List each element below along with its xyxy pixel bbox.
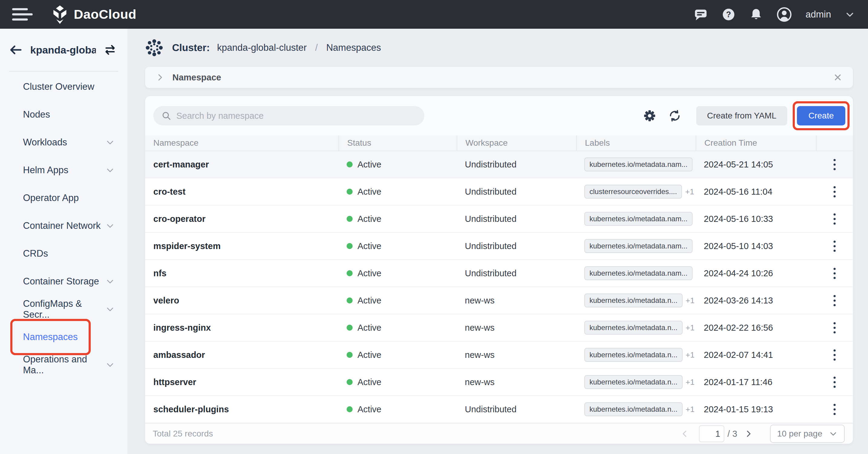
namespace-name: cert-manager xyxy=(153,160,209,169)
gear-icon[interactable] xyxy=(644,110,656,122)
table-row[interactable]: ingress-nginx Active new-ws kubernetes.i… xyxy=(145,314,853,342)
row-actions-kebab-icon[interactable] xyxy=(831,319,839,336)
search-input[interactable] xyxy=(176,111,416,121)
label-chip: kubernetes.io/metadata.n... xyxy=(584,321,683,334)
cluster-name[interactable]: kpanda-global-cl... xyxy=(30,44,96,56)
row-actions-kebab-icon[interactable] xyxy=(831,210,839,228)
main-content: Cluster: kpanda-global-cluster / Namespa… xyxy=(127,29,868,454)
create-from-yaml-button[interactable]: Create from YAML xyxy=(696,106,787,125)
refresh-icon[interactable] xyxy=(669,109,681,122)
label-chip: kubernetes.io/metadata.n... xyxy=(584,348,683,362)
sidebar-item-container-network[interactable]: Container Network xyxy=(0,212,127,240)
table-row[interactable]: cert-manager Active Undistributed kubern… xyxy=(145,151,853,179)
user-menu-chevron-down-icon[interactable] xyxy=(845,10,855,19)
per-page-value: 10 per page xyxy=(777,429,822,439)
workspace-text: Undistributed xyxy=(465,404,517,414)
chevron-right-icon[interactable] xyxy=(155,73,164,82)
table-row[interactable]: cro-test Active Undistributed clusterres… xyxy=(145,179,853,205)
breadcrumb-label: Cluster: xyxy=(172,42,210,54)
back-arrow-icon[interactable] xyxy=(9,43,22,57)
chevron-down-icon xyxy=(105,305,115,314)
search-box xyxy=(153,106,424,125)
table-row[interactable]: nfs Active Undistributed kubernetes.io/m… xyxy=(145,260,853,287)
column-header-status: Status xyxy=(338,135,457,151)
create-button[interactable]: Create xyxy=(797,106,845,125)
sidebar-menu: Cluster Overview Nodes Workloads Helm Ap… xyxy=(0,72,127,379)
row-actions-kebab-icon[interactable] xyxy=(831,156,839,173)
status-text: Active xyxy=(358,404,381,414)
brand: DaoCloud xyxy=(51,5,136,24)
status-text: Active xyxy=(358,160,381,169)
sidebar-item-helm-apps[interactable]: Helm Apps xyxy=(0,156,127,184)
status-active-dot xyxy=(347,352,353,358)
breadcrumb-cluster[interactable]: kpanda-global-cluster xyxy=(217,42,307,53)
avatar[interactable] xyxy=(777,7,792,22)
brand-name: DaoCloud xyxy=(74,7,136,22)
chat-icon[interactable] xyxy=(694,7,708,22)
sidebar-item-operator-app[interactable]: Operator App xyxy=(0,184,127,212)
bell-icon[interactable] xyxy=(749,7,763,22)
cluster-dots-icon xyxy=(146,39,163,57)
namespace-name: mspider-system xyxy=(153,241,220,251)
namespace-name: ingress-nginx xyxy=(153,323,211,333)
switch-cluster-icon[interactable] xyxy=(104,43,117,56)
daocloud-logo-icon xyxy=(51,5,69,24)
workspace-text: Undistributed xyxy=(465,160,517,169)
table-row[interactable]: cro-operator Active Undistributed kubern… xyxy=(145,205,853,233)
table-row[interactable]: mspider-system Active Undistributed kube… xyxy=(145,233,853,260)
sidebar: kpanda-global-cl... Cluster Overview Nod… xyxy=(0,29,127,454)
table-row[interactable]: ambassador Active new-ws kubernetes.io/m… xyxy=(145,342,853,369)
namespace-name: cro-operator xyxy=(153,214,205,224)
namespace-name: nfs xyxy=(153,268,167,279)
workspace-text: new-ws xyxy=(465,350,495,360)
status-text: Active xyxy=(358,350,381,360)
row-actions-kebab-icon[interactable] xyxy=(831,265,839,282)
status-text: Active xyxy=(358,187,381,197)
pagination-next-chevron-right-icon[interactable] xyxy=(744,429,753,438)
label-chip: kubernetes.io/metadata.nam... xyxy=(584,158,692,171)
row-actions-kebab-icon[interactable] xyxy=(831,183,839,200)
label-chip: kubernetes.io/metadata.n... xyxy=(584,402,683,416)
tab-namespace[interactable]: Namespace xyxy=(145,67,853,88)
tab-label: Namespace xyxy=(173,72,221,83)
creation-time-text: 2024-04-24 10:26 xyxy=(704,268,773,279)
sidebar-item-nodes[interactable]: Nodes xyxy=(0,101,127,128)
workspace-text: new-ws xyxy=(465,296,495,305)
sidebar-item-container-storage[interactable]: Container Storage xyxy=(0,267,127,295)
row-actions-kebab-icon[interactable] xyxy=(831,374,839,391)
row-actions-kebab-icon[interactable] xyxy=(831,292,839,309)
hamburger-menu-icon[interactable] xyxy=(12,8,33,21)
namespace-table-card: Create from YAML Create Namespace Status… xyxy=(145,96,853,444)
chevron-down-icon xyxy=(105,360,115,369)
sidebar-item-crds[interactable]: CRDs xyxy=(0,240,127,267)
table-header: Namespace Status Workspace Labels Creati… xyxy=(145,135,853,151)
username-label: admin xyxy=(806,9,831,20)
row-actions-kebab-icon[interactable] xyxy=(831,401,839,418)
workspace-text: new-ws xyxy=(465,377,495,387)
pagination-prev-chevron-left-icon[interactable] xyxy=(680,429,689,438)
close-icon[interactable] xyxy=(833,72,843,82)
status-text: Active xyxy=(358,241,381,251)
table-row[interactable]: httpserver Active new-ws kubernetes.io/m… xyxy=(145,369,853,396)
sidebar-item-workloads[interactable]: Workloads xyxy=(0,128,127,156)
help-icon[interactable]: ? xyxy=(722,7,736,22)
table-row[interactable]: scheduler-plugins Active Undistributed k… xyxy=(145,396,853,423)
labels-overflow-count: +1 xyxy=(686,323,695,332)
column-header-labels: Labels xyxy=(576,135,695,151)
table-row[interactable]: velero Active new-ws kubernetes.io/metad… xyxy=(145,287,853,314)
per-page-select[interactable]: 10 per page xyxy=(770,425,845,443)
creation-time-text: 2024-03-26 14:13 xyxy=(704,296,773,305)
sidebar-item-operations-and-ma[interactable]: Operations and Ma... xyxy=(0,351,127,379)
status-active-dot xyxy=(347,243,353,249)
status-text: Active xyxy=(358,377,381,387)
status-active-dot xyxy=(347,379,353,385)
status-active-dot xyxy=(347,325,353,331)
row-actions-kebab-icon[interactable] xyxy=(831,237,839,255)
page-total-label: / 3 xyxy=(727,429,737,439)
page-number-input[interactable] xyxy=(699,425,724,442)
sidebar-item-namespaces[interactable]: Namespaces xyxy=(0,323,127,351)
sidebar-item-cluster-overview[interactable]: Cluster Overview xyxy=(0,73,127,101)
sidebar-item-configmaps-secr[interactable]: ConfigMaps & Secr... xyxy=(0,295,127,323)
status-active-dot xyxy=(347,270,353,276)
row-actions-kebab-icon[interactable] xyxy=(831,347,839,364)
